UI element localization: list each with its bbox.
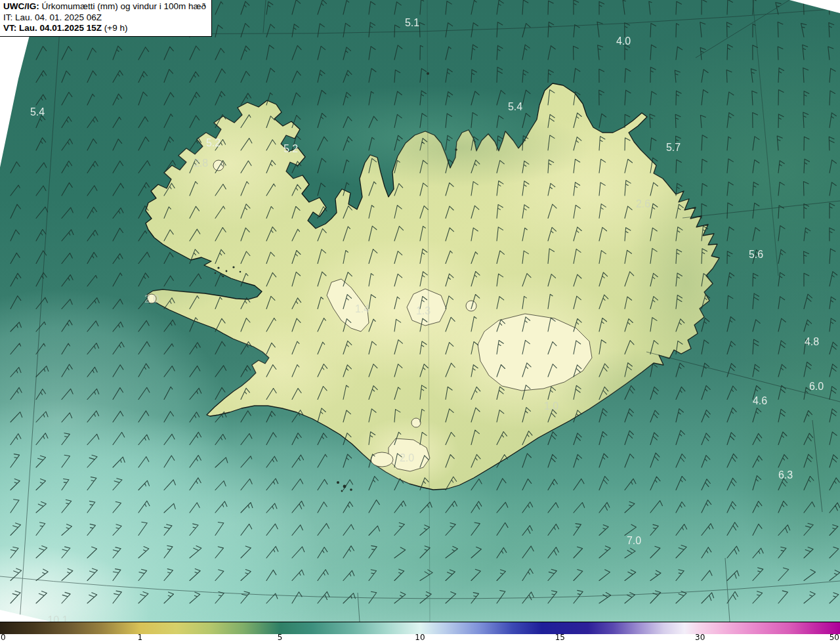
colorbar-tick-5: 5 (278, 633, 283, 641)
product-code: UWC/IG: (3, 1, 39, 11)
precip-value-label: 2.6 (636, 198, 650, 209)
colorbar-tick-50: 50 (830, 633, 839, 641)
colorbar-tick-10: 10 (415, 633, 425, 641)
precip-value-label: 5.2 (284, 143, 298, 154)
weather-map-page: { "header": { "product": "UWC/IG:", "tit… (0, 0, 840, 642)
valid-offset: (+9 h) (102, 23, 127, 33)
precip-value-label: 7.0 (627, 535, 641, 546)
precip-value-label: 10.1 (47, 614, 68, 622)
glacier-tungnafellsjokull (466, 301, 476, 311)
weather-map-canvas: 5.14.05.45.45.25.22.85.72.65.62.01.41.34… (0, 0, 840, 622)
precip-value-label: 2.0 (144, 293, 159, 305)
product-title: Úrkomumætti (mm) og vindur i 100m hæð (39, 1, 206, 11)
precip-value-label: 4.0 (616, 35, 631, 47)
precip-value-label: 4.8 (805, 336, 819, 347)
precipitation-colorbar: 01510153050 (0, 622, 840, 642)
colorbar-tick-labels: 01510153050 (0, 634, 840, 642)
precip-value-label: 5.4 (30, 106, 45, 118)
precip-value-label: 2.0 (400, 452, 414, 463)
precip-value-label: 5.7 (666, 142, 681, 153)
glacier-torfajokull (411, 418, 421, 427)
precipitation-wind-map: 5.14.05.45.45.25.22.85.72.65.62.01.41.34… (0, 0, 840, 622)
precip-value-label: 5.1 (405, 17, 419, 28)
precip-value-label: 2.8 (194, 158, 208, 169)
precip-value-label: 5.2 (206, 137, 220, 148)
colorbar-tick-0: 0 (1, 633, 6, 641)
colorbar-tick-15: 15 (555, 633, 565, 641)
precip-value-label: 1.3 (416, 305, 430, 316)
colorbar-tick-30: 30 (695, 633, 705, 641)
precip-value-label: 5.4 (508, 101, 522, 112)
title-line-product: UWC/IG: Úrkomumætti (mm) og vindur i 100… (3, 1, 206, 12)
precip-value-label: 1.0 (544, 400, 558, 412)
title-line-init: IT: Lau. 04. 01. 2025 06Z (3, 12, 206, 24)
precip-value-label: 1.4 (355, 303, 369, 314)
valid-time: VT: Lau. 04.01.2025 15Z (3, 23, 102, 33)
precip-value-label: 6.0 (809, 381, 824, 392)
glacier-eyjafjallajokull (371, 452, 393, 467)
colorbar-tick-1: 1 (138, 633, 143, 641)
title-line-valid: VT: Lau. 04.01.2025 15Z (+9 h) (3, 23, 206, 34)
title-box: UWC/IG: Úrkomumætti (mm) og vindur i 100… (0, 0, 212, 37)
precip-value-label: 6.3 (778, 469, 793, 481)
precip-value-label: 4.6 (753, 395, 767, 406)
precip-value-label: 5.6 (749, 249, 763, 260)
